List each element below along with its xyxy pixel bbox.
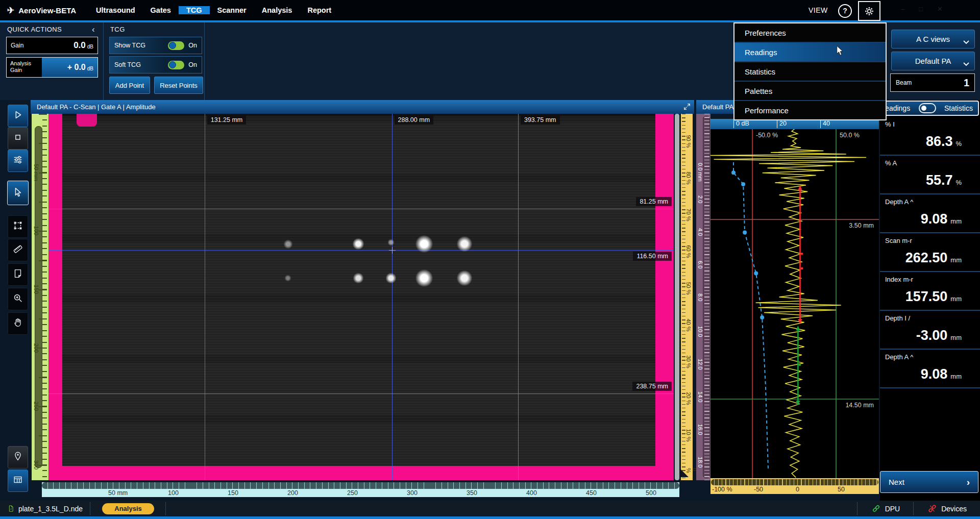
quick-actions-title: QUICK ACTIONS (7, 26, 62, 33)
analysis-mode-badge[interactable]: Analysis (102, 503, 154, 514)
amplitude-ruler-label: 80 % (685, 171, 692, 184)
cscan-data-area[interactable] (62, 114, 655, 466)
toggle-switch[interactable] (168, 61, 184, 69)
add-point-button[interactable]: Add Point (109, 77, 150, 94)
toggle-row-show-tcg[interactable]: Show TCGOn (109, 37, 202, 54)
amplitude-ruler-label: 60 % (685, 245, 692, 258)
grid-icon (12, 474, 23, 487)
pointer-tool-button[interactable] (7, 181, 29, 205)
reading-value: 157.50 (905, 289, 948, 305)
view-menu-item-performance[interactable]: Performance (734, 100, 886, 119)
cscan-vertical-cursor[interactable] (392, 114, 393, 480)
ascan-depth-ruler[interactable]: 0.0 mm2.04.06.08.010.012.014.016.018.0 (696, 114, 710, 480)
menu-item-scanner[interactable]: Scanner (210, 6, 254, 14)
view-menu-item-readings[interactable]: Readings (734, 42, 886, 61)
cscan-image[interactable]: 131.25 mm288.00 mm393.75 mm81.25 mm116.5… (48, 114, 674, 480)
link-icon (871, 504, 881, 513)
cscan-index-ruler[interactable]: 50 mm100150200250300350400450500 (42, 482, 679, 497)
zoom-tool-button[interactable] (8, 288, 28, 310)
scan-ruler-label: 200 (33, 343, 39, 352)
toggle-label: Soft TCG (114, 61, 168, 68)
toggle-icon[interactable] (919, 103, 936, 113)
view-menu-button[interactable]: VIEW (808, 6, 828, 14)
readings-statistics-switch[interactable]: Readings Statistics (874, 101, 979, 116)
file-icon (7, 504, 15, 513)
index-ruler-label: 350 (467, 489, 477, 497)
analysis-gain-value: + 0.0 (67, 63, 86, 72)
cscan-vertical-cursor[interactable] (205, 114, 205, 480)
ruler-tool-button[interactable] (8, 239, 28, 261)
db-ruler-label: 40 (820, 119, 830, 128)
view-selector-dropdown[interactable]: A C views (891, 30, 975, 48)
group-selector-dropdown[interactable]: Default PA (891, 52, 975, 70)
beam-field[interactable]: Beam 1 (890, 73, 975, 92)
analysis-gain-label: Analysis Gain (7, 58, 42, 77)
amp-ruler-label: 50 (838, 486, 845, 493)
stop-icon (12, 132, 23, 145)
index-ruler-label: 250 (347, 489, 358, 497)
cscan-scan-ruler[interactable]: 50 mm100150200250300 (32, 114, 48, 480)
gear-icon[interactable] (858, 1, 880, 21)
ascan-panel: Default PA 0.0 mm2.04.06.08.010.012.014.… (696, 100, 879, 501)
next-button[interactable]: Next › (880, 471, 978, 493)
menu-item-tcg[interactable]: TCG (179, 6, 210, 14)
pin-tool-button[interactable] (8, 446, 28, 468)
scan-ruler-label: 250 (33, 402, 39, 411)
index-ruler-label: 450 (586, 489, 597, 497)
db-ruler-label: 20 (777, 119, 787, 128)
scrollbar-vertical[interactable] (675, 114, 679, 480)
ascan-amplitude-ruler[interactable]: -100 %-50050 (710, 478, 879, 494)
view-menu-item-preferences[interactable]: Preferences (734, 23, 886, 42)
reading-unit: mm (950, 217, 962, 225)
reset-points-button[interactable]: Reset Points (154, 77, 203, 94)
cscan-horizontal-cursor[interactable] (48, 393, 674, 394)
chevron-right-icon: › (967, 477, 970, 488)
menu-item-report[interactable]: Report (300, 6, 339, 14)
defect-indication (415, 235, 433, 253)
main-menu: UltrasoundGatesTCGScannerAnalysisReport (88, 0, 339, 20)
gain-field[interactable]: Gain 0.0 dB (6, 37, 98, 54)
marquee-tool-button[interactable] (8, 215, 28, 238)
pan-tool-button[interactable] (8, 312, 28, 335)
note-tool-button[interactable] (8, 263, 28, 286)
view-menu-item-statistics[interactable]: Statistics (734, 61, 886, 81)
ascan-svg (710, 129, 879, 478)
reading-unit: mm (950, 373, 962, 380)
divider (165, 502, 166, 515)
toggle-switch[interactable] (168, 41, 184, 50)
play-tool-button[interactable] (8, 105, 28, 127)
app-title: AeroView-BETA (18, 6, 76, 15)
cscan-vertical-cursor[interactable] (518, 114, 519, 480)
menu-item-ultrasound[interactable]: Ultrasound (88, 6, 143, 14)
devices-status[interactable]: Devices (914, 504, 980, 513)
tune-tool-button[interactable] (8, 150, 28, 172)
ascan-db-ruler[interactable]: 0 dB2040 (710, 119, 879, 129)
cscan-horizontal-cursor[interactable] (48, 250, 674, 251)
view-menu-item-palettes[interactable]: Palettes (734, 81, 886, 100)
depth-cursor-label: 3.50 mm (849, 222, 874, 229)
menu-item-analysis[interactable]: Analysis (254, 6, 300, 14)
statistics-tab[interactable]: Statistics (944, 104, 973, 112)
depth-ruler-label: 8.0 (697, 293, 703, 301)
devices-label: Devices (941, 505, 967, 513)
ascan-plot[interactable]: -50.0 %50.0 %3.50 mm14.50 mm (710, 129, 879, 478)
pan-icon (12, 317, 23, 330)
stop-tool-button[interactable] (8, 127, 28, 150)
dpu-status[interactable]: DPU (858, 504, 914, 513)
open-file[interactable]: plate_1_3.5L_D.nde (0, 504, 90, 513)
menu-item-gates[interactable]: Gates (143, 6, 179, 14)
tcg-point (741, 182, 745, 186)
help-icon[interactable]: ? (838, 4, 852, 18)
cscan-horizontal-cursor[interactable] (48, 209, 674, 209)
play-icon (12, 109, 23, 122)
grid-tool-button[interactable] (8, 469, 28, 492)
expand-icon[interactable] (683, 103, 691, 111)
view-selector-value: A C views (916, 35, 950, 43)
analysis-gain-field[interactable]: Analysis Gain + 0.0 dB (6, 57, 98, 78)
analysis-gain-unit: dB (87, 66, 93, 71)
cscan-amplitude-ruler[interactable]: 90 %80 %70 %60 %50 %40 %30 %20 %10 %0 % (681, 114, 693, 480)
analysis-gain-value-field[interactable]: + 0.0 dB (42, 58, 97, 77)
toggle-row-soft-tcg[interactable]: Soft TCGOn (109, 56, 202, 73)
cscan-title: Default PA - C-Scan | Gate A | Amplitude (31, 100, 694, 114)
chevron-left-icon[interactable]: ‹ (92, 24, 95, 35)
